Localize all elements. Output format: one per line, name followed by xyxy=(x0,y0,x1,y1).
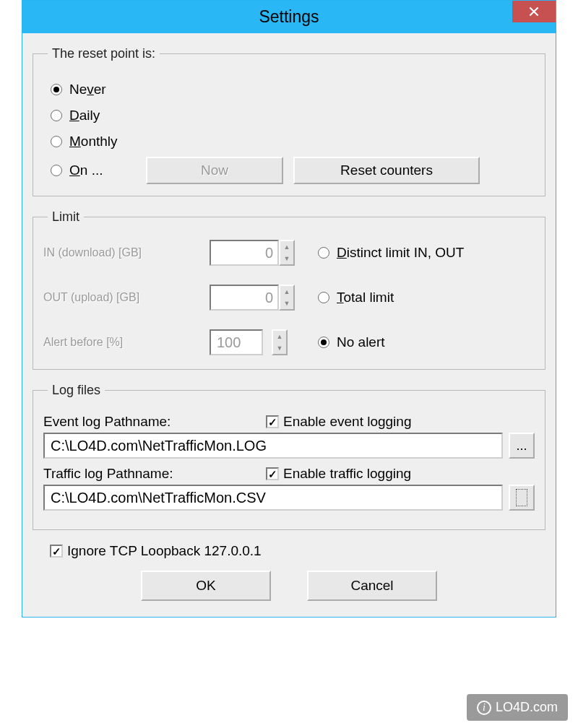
out-spinner[interactable]: ▲▼ xyxy=(210,285,303,311)
in-input[interactable] xyxy=(210,240,279,266)
in-spinner[interactable]: ▲▼ xyxy=(210,240,303,266)
radio-icon xyxy=(318,337,329,348)
reset-legend: The reset point is: xyxy=(48,46,160,61)
out-label: OUT (upload) [GB] xyxy=(43,291,210,304)
radio-label: On ... xyxy=(69,162,103,178)
radio-label: Distinct limit IN, OUT xyxy=(337,245,464,261)
out-input[interactable] xyxy=(210,285,279,311)
radio-icon xyxy=(51,110,62,121)
traffic-log-label: Traffic log Pathname: xyxy=(43,466,260,482)
watermark-text: LO4D.com xyxy=(496,700,558,715)
radio-icon xyxy=(51,84,62,95)
info-icon: i xyxy=(477,701,491,715)
radio-label: Never xyxy=(69,82,106,98)
checkbox-label: Enable traffic logging xyxy=(283,466,411,482)
spinner-arrows[interactable]: ▲▼ xyxy=(272,329,288,355)
up-arrow-icon[interactable]: ▲ xyxy=(280,241,293,253)
log-group: Log files Event log Pathname: Enable eve… xyxy=(33,383,545,530)
spinner-arrows[interactable]: ▲▼ xyxy=(279,285,295,311)
radio-daily[interactable]: Daily xyxy=(51,105,535,126)
in-label: IN (download) [GB] xyxy=(43,246,210,259)
radio-icon xyxy=(51,165,62,176)
spinner-arrows[interactable]: ▲▼ xyxy=(279,240,295,266)
close-button[interactable] xyxy=(512,1,556,22)
limit-group: Limit IN (download) [GB] ▲▼ Distinct lim… xyxy=(33,209,545,370)
event-path-input[interactable] xyxy=(43,433,503,459)
radio-label: Monthly xyxy=(69,134,118,150)
down-arrow-icon[interactable]: ▼ xyxy=(280,298,293,309)
enable-event-checkbox[interactable]: Enable event logging xyxy=(266,414,411,430)
now-button: Now xyxy=(146,157,283,184)
browse-traffic-button[interactable] xyxy=(509,485,535,511)
event-log-label: Event log Pathname: xyxy=(43,414,260,430)
up-arrow-icon[interactable]: ▲ xyxy=(273,331,286,342)
radio-icon xyxy=(51,136,62,147)
cancel-button[interactable]: Cancel xyxy=(307,571,437,601)
traffic-path-input[interactable] xyxy=(43,485,503,511)
radio-label: Total limit xyxy=(337,290,394,306)
reset-counters-button[interactable]: Reset counters xyxy=(293,157,480,184)
reset-group: The reset point is: Never Daily Monthly … xyxy=(33,46,545,196)
browse-event-button[interactable]: ... xyxy=(509,433,535,459)
watermark: i LO4D.com xyxy=(467,694,568,721)
checkbox-label: Enable event logging xyxy=(283,414,411,430)
ignore-loopback-checkbox[interactable]: Ignore TCP Loopback 127.0.0.1 xyxy=(50,543,262,559)
settings-window: Settings The reset point is: Never Daily… xyxy=(22,0,556,618)
radio-on[interactable]: On ... xyxy=(51,160,136,181)
radio-noalert[interactable]: No alert xyxy=(318,332,535,353)
radio-icon xyxy=(318,292,329,303)
radio-total[interactable]: Total limit xyxy=(318,287,535,308)
radio-label: Daily xyxy=(69,108,100,124)
enable-traffic-checkbox[interactable]: Enable traffic logging xyxy=(266,466,411,482)
ok-button[interactable]: OK xyxy=(141,571,271,601)
log-legend: Log files xyxy=(48,383,105,398)
limit-legend: Limit xyxy=(48,209,84,225)
radio-distinct[interactable]: Distinct limit IN, OUT xyxy=(318,242,535,264)
radio-never[interactable]: Never xyxy=(51,79,535,100)
alert-input[interactable] xyxy=(210,329,263,355)
titlebar[interactable]: Settings xyxy=(22,1,556,33)
window-title: Settings xyxy=(22,7,556,27)
close-icon xyxy=(529,6,539,17)
down-arrow-icon[interactable]: ▼ xyxy=(280,253,293,264)
alert-spinner[interactable]: ▲▼ xyxy=(210,329,303,355)
checkbox-icon xyxy=(266,467,279,480)
checkbox-icon xyxy=(266,415,279,428)
checkbox-icon xyxy=(50,545,63,558)
checkbox-label: Ignore TCP Loopback 127.0.0.1 xyxy=(67,543,262,559)
radio-label: No alert xyxy=(337,334,385,350)
up-arrow-icon[interactable]: ▲ xyxy=(280,286,293,298)
down-arrow-icon[interactable]: ▼ xyxy=(273,342,286,354)
radio-icon xyxy=(318,247,329,259)
radio-monthly[interactable]: Monthly xyxy=(51,131,535,152)
alert-label: Alert before [%] xyxy=(43,336,210,349)
client-area: The reset point is: Never Daily Monthly … xyxy=(22,33,556,617)
